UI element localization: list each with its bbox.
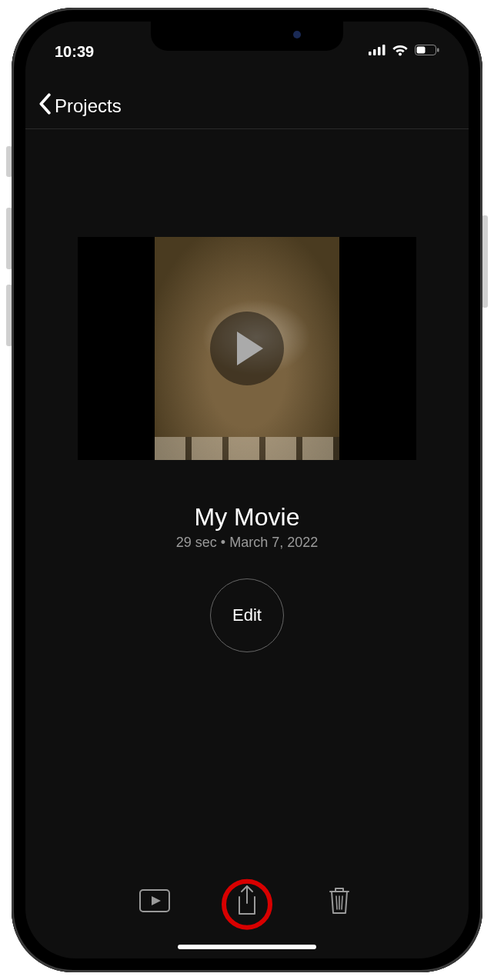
highlight-ring xyxy=(222,879,272,930)
chevron-left-icon xyxy=(38,93,52,119)
play-icon xyxy=(237,332,263,365)
delete-button[interactable] xyxy=(320,883,359,922)
bottom-toolbar xyxy=(25,875,469,929)
screen: 10:39 Projects xyxy=(25,22,469,958)
home-indicator[interactable] xyxy=(178,945,316,949)
svg-rect-6 xyxy=(437,48,439,52)
edit-button[interactable]: Edit xyxy=(210,578,284,652)
back-label: Projects xyxy=(55,95,122,117)
svg-rect-3 xyxy=(382,45,386,55)
notch xyxy=(151,22,343,51)
svg-rect-5 xyxy=(417,47,426,54)
svg-rect-0 xyxy=(369,52,372,55)
play-overlay[interactable] xyxy=(210,312,284,385)
status-time: 10:39 xyxy=(55,43,94,61)
wifi-icon xyxy=(392,44,409,59)
svg-rect-2 xyxy=(378,47,381,55)
play-button[interactable] xyxy=(135,883,174,922)
video-thumbnail[interactable] xyxy=(78,237,416,460)
content-area: My Movie 29 sec • March 7, 2022 Edit xyxy=(25,129,469,889)
edit-label: Edit xyxy=(232,605,262,625)
project-subtitle: 29 sec • March 7, 2022 xyxy=(176,535,318,551)
status-indicators xyxy=(369,44,439,59)
back-button[interactable]: Projects xyxy=(38,93,122,119)
phone-frame: 10:39 Projects xyxy=(12,8,482,972)
svg-rect-1 xyxy=(373,49,376,55)
cellular-icon xyxy=(369,45,386,58)
nav-bar: Projects xyxy=(25,83,469,129)
play-rect-icon xyxy=(139,889,170,915)
share-button[interactable] xyxy=(228,883,266,922)
phone-side-button xyxy=(482,215,488,308)
battery-icon xyxy=(415,45,439,58)
project-title: My Movie xyxy=(195,503,300,532)
trash-icon xyxy=(327,885,352,919)
